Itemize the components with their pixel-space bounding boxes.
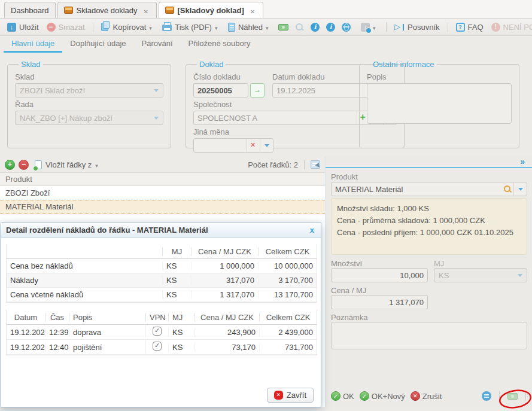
box-icon: [64, 7, 73, 14]
product-field[interactable]: [331, 182, 527, 196]
document-number-input[interactable]: [193, 83, 248, 98]
copy-icon: [101, 23, 108, 31]
tab-dashboard[interactable]: Dashboard: [4, 2, 56, 18]
product-input[interactable]: [332, 185, 501, 194]
delete-button[interactable]: Smazat: [44, 22, 87, 33]
info-icon[interactable]: [311, 23, 320, 32]
summary-row: Náklady KS 317,070 3 170,700: [7, 273, 317, 288]
caret-down-icon: [373, 23, 378, 32]
app-window: Dashboard Skladové doklady [Skladový dok…: [0, 0, 532, 411]
stock-info-line: Množství skladu: 1,000 KS: [337, 203, 521, 215]
unit-select[interactable]: KS: [434, 268, 527, 282]
other-info-section: Ostatní informace Popis: [359, 60, 519, 148]
faq-button[interactable]: FAQ: [454, 22, 486, 33]
collapse-panel-icon[interactable]: »: [520, 157, 525, 166]
tab-close-icon[interactable]: [250, 7, 257, 14]
insert-rows-button[interactable]: Vložit řádky z: [32, 159, 103, 171]
delete-icon: [47, 23, 56, 32]
dialog-title: Detail rozdělení nákladů do řádku - MATE…: [6, 226, 208, 235]
search-document-icon[interactable]: [295, 23, 304, 32]
col-datum: Datum: [7, 313, 45, 322]
preview-icon: [228, 23, 235, 32]
separator: [93, 22, 93, 32]
caret-down-icon: [95, 160, 101, 169]
payment-card-icon[interactable]: [482, 391, 491, 401]
close-dialog-button[interactable]: Zavřít: [267, 388, 314, 403]
tab-label: [Skladový doklad]: [178, 6, 244, 15]
ok-button[interactable]: OK: [331, 391, 354, 401]
other-currency-field[interactable]: [193, 138, 273, 153]
description-textarea[interactable]: [367, 83, 512, 124]
cost-items-table: Datum Čas Popis VPN MJ Cena / MJ CZK Cel…: [6, 310, 317, 355]
line-row[interactable]: ZBOZI Zboží: [0, 187, 325, 200]
open-number-series-button[interactable]: [250, 83, 265, 98]
caret-down-icon: [266, 23, 271, 32]
product-label: Produkt: [331, 172, 358, 181]
slider-button[interactable]: Posuvník: [392, 22, 442, 33]
slider-icon: [394, 23, 405, 32]
other-info-legend: Ostatní informace: [370, 60, 437, 69]
copy-button[interactable]: Kopírovat: [99, 22, 157, 33]
globe-icon[interactable]: [342, 23, 351, 32]
tab-hlavni-udaje[interactable]: Hlavní údaje: [4, 36, 62, 53]
remove-row-button[interactable]: [19, 160, 29, 170]
tab-prilozene-soubory[interactable]: Přiložené soubory: [181, 36, 259, 53]
ok-icon: [360, 391, 369, 401]
produkt-column-header[interactable]: Produkt: [0, 172, 325, 186]
company-input[interactable]: [194, 114, 357, 123]
box-icon: [165, 7, 174, 14]
save-options-icon: [361, 23, 370, 32]
clear-currency-button[interactable]: [247, 139, 260, 152]
tab-bar: Dashboard Skladové doklady [Skladový dok…: [0, 0, 532, 19]
separator: [525, 391, 526, 401]
row-count: Počet řádků: 2: [248, 160, 298, 169]
line-row-selected[interactable]: MATERIAL Materiál: [0, 200, 325, 214]
ok-new-button[interactable]: OK+Nový: [360, 391, 405, 401]
rada-select[interactable]: NAK_ZBO [+] Nákup zboží: [15, 111, 163, 125]
add-row-button[interactable]: [5, 160, 15, 170]
currency-dropdown-button[interactable]: [260, 139, 273, 152]
unit-price-input[interactable]: [331, 295, 428, 309]
preview-button[interactable]: Náhled: [226, 22, 273, 33]
tab-parovani[interactable]: Párování: [134, 36, 181, 53]
other-currency-input[interactable]: [194, 141, 247, 150]
save-button[interactable]: Uložit: [5, 22, 41, 33]
stock-info-box: Množství skladu: 1,000 KS Cena - průměrn…: [331, 198, 527, 255]
unit-price-label: Cena / MJ: [331, 286, 366, 295]
cancel-icon: [411, 391, 420, 401]
search-product-button[interactable]: [501, 182, 513, 196]
sklad-label: Sklad: [15, 72, 163, 81]
cost-row[interactable]: 19.12.2025 12:39 doprava KS 243,900 2 43…: [7, 325, 317, 340]
cancel-button[interactable]: Zrušit: [411, 391, 442, 401]
print-pdf-button[interactable]: Tisk (PDF): [160, 22, 223, 33]
save-options-button[interactable]: [358, 22, 381, 33]
sklad-select[interactable]: ZBOZI Sklad zboží: [15, 83, 163, 98]
vpn-checkbox[interactable]: [153, 327, 162, 336]
sklad-section: Sklad Sklad ZBOZI Sklad zboží Řada NAK_Z…: [7, 60, 171, 148]
costs-icon[interactable]: [278, 24, 288, 31]
tab-skladovy-doklad[interactable]: [Skladový doklad]: [159, 2, 263, 18]
chevron-down-icon: [154, 89, 159, 92]
green-arrow-icon: [254, 87, 261, 94]
search-icon: [503, 185, 512, 193]
quantity-label: Množství: [331, 259, 362, 268]
tab-doplnujici-udaje[interactable]: Doplňující údaje: [62, 36, 133, 53]
printer-icon: [162, 25, 172, 31]
vpn-checkbox[interactable]: [153, 342, 162, 351]
stock-info-line: Cena - poslední příjem: 1 000,000 CZK 01…: [337, 227, 521, 239]
costs-detail-icon[interactable]: [507, 393, 518, 400]
grid-action-icon[interactable]: [311, 160, 320, 169]
dialog-close-icon[interactable]: x: [308, 226, 316, 235]
chevron-down-icon: [518, 188, 523, 191]
product-dropdown-button[interactable]: [513, 182, 527, 196]
tab-close-icon[interactable]: [144, 7, 150, 14]
note-label: Poznámka: [331, 313, 367, 322]
document-number-label: Číslo dokladu: [193, 72, 266, 81]
tab-label: Dashboard: [11, 6, 49, 15]
note-textarea[interactable]: [331, 322, 527, 349]
cost-row[interactable]: 19.12.2025 12:40 pojištění KS 73,170 731…: [7, 340, 317, 355]
tab-skladove-doklady[interactable]: Skladové doklady: [57, 2, 157, 18]
info-icon[interactable]: [326, 23, 335, 32]
summary-header-row: MJ Cena / MJ CZK Celkem CZK: [7, 244, 317, 259]
quantity-input[interactable]: [331, 268, 428, 282]
